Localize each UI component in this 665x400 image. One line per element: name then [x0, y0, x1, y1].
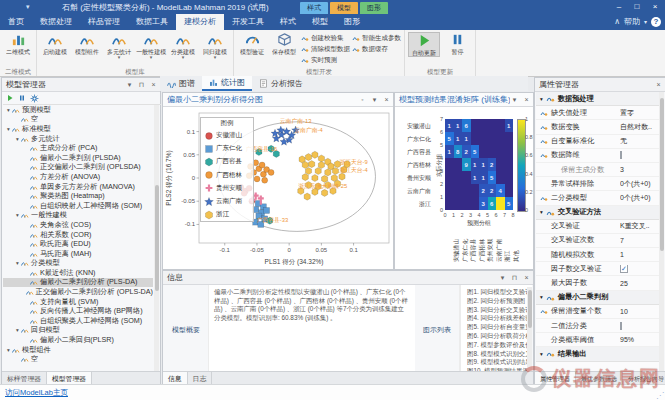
ribbon-tab-数据处理[interactable]: 数据处理 — [32, 14, 80, 30]
tree-item[interactable]: 夹角余弦 (COS) — [3, 220, 153, 230]
ribbon-button-保存模型[interactable]: 保存模型 — [269, 32, 299, 55]
figure-list-item[interactable]: 图2. 回归分析预测图 — [467, 297, 528, 306]
tree-item[interactable]: ▾预测模型 — [3, 105, 153, 115]
legend-item-云南广南[interactable]: 云南广南 — [201, 195, 253, 208]
model-settings-gear-icon[interactable] — [30, 94, 39, 103]
ribbon-button-模型组件[interactable]: 模型组件 — [72, 32, 102, 55]
tree-item[interactable]: 自组织聚类人工神经网络 (SOM) — [3, 316, 153, 326]
prop-row-自变量标准化[interactable]: 自变量标准化无 — [536, 135, 664, 149]
prop-row-交叉验证次数[interactable]: 交叉验证次数7 — [536, 234, 664, 248]
tree-item[interactable]: 偏最小二乘回归(PLSR) — [3, 335, 153, 345]
ribbon-button-实时预测[interactable]: 实时预测 — [301, 55, 350, 65]
checkbox-empty[interactable] — [620, 322, 622, 330]
info-pin-icon[interactable]: ⊓ — [510, 271, 519, 284]
ribbon-button-暂停[interactable]: 暂停 — [442, 32, 472, 55]
pause-model-icon[interactable] — [18, 94, 26, 102]
modellab-home-link[interactable]: 访问ModelLab主页 — [5, 388, 68, 398]
ribbon-button-启动建模[interactable]: 启动建模 — [40, 32, 70, 55]
quick-access-caret-icon[interactable]: ▾ — [26, 3, 30, 11]
legend-item-安徽潜山[interactable]: 安徽潜山 — [201, 129, 253, 142]
prop-row-缺失值处理[interactable]: 缺失值处理置零 — [536, 106, 664, 120]
info-close-icon[interactable]: × — [522, 271, 531, 284]
ribbon-context-tab-样式[interactable]: 样式 — [272, 14, 304, 30]
props-scrollbar[interactable] — [659, 92, 664, 371]
checkbox-checked[interactable]: ✓ — [620, 265, 628, 273]
checkbox-empty[interactable] — [620, 151, 622, 159]
props-close-icon[interactable]: × — [654, 78, 663, 91]
figure-list-item[interactable]: 图9. 模型模式识别结果 (验证集) — [467, 358, 528, 367]
ribbon-button-一般性建模[interactable]: 一般性建模▾ — [136, 32, 166, 59]
legend-item-广东仁化[interactable]: 广东仁化 — [201, 142, 253, 155]
info-menu-caret-icon[interactable]: ▾ — [498, 271, 507, 284]
tree-item[interactable]: 正交偏最小二乘判别分析 (OPLS-DA) — [3, 287, 153, 297]
legend-item-广西容县[interactable]: 广西容县 — [201, 155, 253, 168]
legend-item-广西梧林[interactable]: 广西梧林 — [201, 169, 253, 182]
tree-item[interactable]: 正交偏最小二乘判别 (OPLSDA) — [3, 163, 153, 173]
ribbon-button-智能生成参数[interactable]: 智能生成参数 — [352, 33, 401, 43]
plot-menu-caret-icon[interactable]: ▾ — [370, 93, 379, 106]
ribbon-tab-首页[interactable]: 首页 — [0, 14, 32, 30]
tree-item[interactable]: K最近邻法 (KNN) — [3, 268, 153, 278]
prop-row-因子数交叉验证[interactable]: 因子数交叉验证✓ — [536, 262, 664, 276]
prop-row-二值法分类[interactable]: 二值法分类 — [536, 319, 664, 333]
tree-item[interactable]: ▾标准模型 — [3, 124, 153, 134]
prop-row-保留主成分数[interactable]: 保留主成分数3 — [536, 163, 664, 177]
ribbon-button-多元统计[interactable]: 多元统计▾ — [104, 32, 134, 59]
prop-row-二分类模型[interactable]: 二分类模型0个(共+0) — [536, 191, 664, 205]
tree-item[interactable]: ▾多元统计 — [3, 134, 153, 144]
tree-item[interactable]: ▾模型组件 — [3, 345, 153, 355]
prop-row-保留潜变量个数[interactable]: 保留潜变量个数10 — [536, 305, 664, 319]
tree-item[interactable]: 主成分分析 (PCA) — [3, 143, 153, 153]
figure-list-item[interactable]: 图4. 回归分析残差检验 — [467, 314, 528, 323]
ribbon-button-分类建模[interactable]: 分类建模▾ — [168, 32, 198, 59]
prop-row-最大因子数[interactable]: 最大因子数25 — [536, 276, 664, 290]
ribbon-tab-样品管理[interactable]: 样品管理 — [80, 14, 128, 30]
plot-close-icon[interactable]: × — [382, 93, 391, 106]
view-tab-统计图[interactable]: 统计图 — [202, 76, 252, 91]
plot-tools-icon[interactable]: ◦ — [358, 93, 367, 106]
tree-item[interactable]: ▾回归模型 — [3, 326, 153, 336]
tree-item[interactable]: 方差分析 (ANOVA) — [3, 172, 153, 182]
tree-item[interactable]: 偏最小二乘判别分析 (PLS-DA) — [3, 278, 153, 288]
prop-row-异常试样排除[interactable]: 异常试样排除0个(共+0) — [536, 177, 664, 191]
help-icon[interactable]: ? — [651, 17, 661, 27]
panel-menu-caret-icon[interactable]: ▾ — [125, 78, 134, 91]
tree-scrollbar[interactable] — [154, 105, 159, 371]
maximize-button[interactable]: □ — [629, 1, 645, 13]
tree-item[interactable]: 马氏距离 (MAH) — [3, 249, 153, 259]
info-scrollbar[interactable] — [527, 287, 532, 371]
ribbon-button-回归建模[interactable]: 回归建模▾ — [200, 32, 230, 59]
prop-row-分类概率阈值[interactable]: 分类概率阈值95% — [536, 333, 664, 347]
ribbon-button-清除模型数据[interactable]: 清除模型数据 — [301, 44, 350, 54]
run-model-icon[interactable] — [6, 94, 14, 102]
tree-item[interactable]: ▾分类模型 — [3, 259, 153, 269]
tree-item[interactable]: 自组织映射人工神经网络 (SOM) — [3, 201, 153, 211]
ribbon-button-数据缓存[interactable]: 数据缓存 — [352, 44, 401, 54]
tree-item[interactable]: 欧氏距离 (EDU) — [3, 239, 153, 249]
prop-row-随机模拟次数[interactable]: 随机模拟次数1 — [536, 248, 664, 262]
legend-item-浙江[interactable]: 浙江 — [201, 208, 253, 221]
prop-row-数据降维[interactable]: 数据降维 — [536, 149, 664, 163]
collapse-ribbon-icon[interactable]: ∧ — [614, 17, 620, 26]
ribbon-tab-数据工具[interactable]: 数据工具 — [128, 14, 176, 30]
figure-list-item[interactable]: 图8. 模型模式识别交叉验证结果 (训练集) — [467, 350, 528, 359]
panel-close-icon[interactable]: × — [149, 78, 158, 91]
ribbon-button-自动更新[interactable]: 自动更新 — [408, 32, 440, 57]
ribbon-context-tab-图形[interactable]: 图形 — [336, 14, 368, 30]
prop-row-交叉验证[interactable]: 交叉验证K重交叉.. — [536, 220, 664, 234]
tree-item[interactable]: 空 — [3, 354, 153, 364]
figure-list-item[interactable]: 图1. 回归模型交叉验证均方根误差 (RMSECV) — [467, 288, 528, 297]
ribbon-button-模型验证[interactable]: 模型验证 — [237, 32, 267, 55]
view-tab-图谱[interactable]: 图谱 — [160, 76, 202, 91]
resize-grip[interactable]: ⋰ — [656, 392, 664, 400]
tree-item[interactable]: ▾一般性建模 — [3, 211, 153, 221]
ribbon-button-二维模式[interactable]: 二维模式 — [3, 32, 33, 55]
view-tab-分析报告[interactable]: 分析报告 — [252, 76, 310, 91]
ribbon-tab-建模分析[interactable]: 建模分析 — [176, 14, 224, 30]
figure-list-item[interactable]: 图7. 模型参数评价及优化 — [467, 341, 528, 350]
figure-list-item[interactable]: 图6. 回归分析载荷分析 — [467, 332, 528, 341]
tree-item[interactable]: 偏最小二乘判别 (PLSDA) — [3, 153, 153, 163]
tree-item[interactable]: 单因多元方差分析 (MANOVA) — [3, 182, 153, 192]
minimize-button[interactable]: – — [611, 1, 627, 13]
panel-pin-icon[interactable]: ⊓ — [137, 78, 146, 91]
